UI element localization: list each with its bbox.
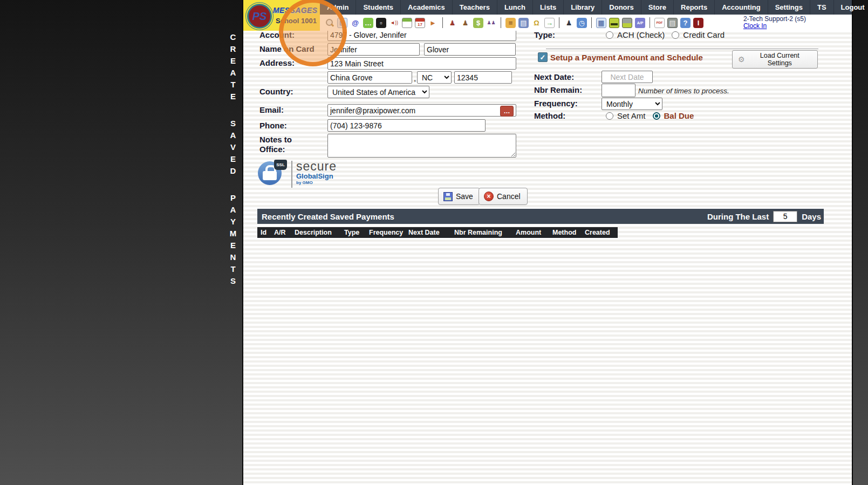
ssl-shield-badge: SSL	[274, 160, 287, 170]
state-select[interactable]: NC	[417, 71, 452, 84]
nav-academics[interactable]: Academics	[401, 0, 453, 15]
toolbar-separator	[591, 17, 592, 28]
clock-in-link[interactable]: Clock In	[743, 22, 767, 30]
col-type: Type	[344, 227, 359, 238]
phone-label: Phone:	[259, 121, 287, 130]
check-card-icon[interactable]: ▬	[609, 18, 619, 28]
nav-accounting[interactable]: Accounting	[715, 0, 768, 15]
nav-store[interactable]: Store	[641, 0, 674, 15]
load-current-settings-button[interactable]: ⚙ Load Current Settings	[732, 50, 818, 69]
clock-icon[interactable]: ◷	[577, 18, 587, 28]
method-label: Method:	[534, 111, 565, 120]
nav-logout[interactable]: Logout	[834, 0, 868, 15]
accounts-payable-icon[interactable]: A/P	[635, 18, 645, 28]
col-method: Method	[552, 227, 576, 238]
email-options-button[interactable]: …	[500, 106, 514, 117]
email-input[interactable]	[327, 104, 516, 117]
method-radio-group: Set Amt Bal Due	[606, 111, 694, 120]
print-check-icon[interactable]	[622, 18, 632, 28]
col-description: Description	[295, 227, 332, 238]
notes-textarea[interactable]	[327, 134, 516, 158]
nav-ts[interactable]: TS	[810, 0, 834, 15]
save-floppy-icon	[443, 192, 453, 201]
phone-input[interactable]	[327, 119, 486, 132]
ledger-icon[interactable]: ▤	[518, 18, 529, 28]
search-icon[interactable]	[324, 18, 334, 28]
country-select[interactable]: United States of America	[327, 86, 429, 98]
apps-grid-icon[interactable]: ⊞	[337, 18, 347, 28]
mobile-phone-icon[interactable]: ▫	[376, 18, 386, 28]
spreadsheet-icon[interactable]: ▦	[596, 18, 606, 28]
set-amt-radio[interactable]	[606, 112, 613, 120]
nav-teachers[interactable]: Teachers	[453, 0, 497, 15]
printer-icon[interactable]: ▤	[667, 18, 678, 28]
staff-icon[interactable]: ♟	[564, 18, 574, 28]
toolbar-separator	[650, 17, 650, 28]
next-date-label: Next Date:	[534, 72, 574, 81]
speaker-icon[interactable]: ◄))	[389, 18, 399, 28]
export-doc-icon[interactable]: →	[544, 18, 555, 28]
cash-icon[interactable]: $	[473, 18, 483, 28]
add-person-icon[interactable]: ♟	[447, 18, 457, 28]
days-filter-input[interactable]	[773, 211, 797, 222]
logo-brand-text: MESSAGES	[273, 6, 318, 15]
nav-donors[interactable]: Donors	[602, 0, 641, 15]
recent-payments-title: Recently Created Saved Payments	[262, 212, 394, 221]
col-amount: Amount	[516, 227, 541, 238]
first-name-input[interactable]	[327, 43, 420, 56]
logo-school-name: School 1001	[276, 17, 317, 25]
main-content: PS MESSAGES School 1001 AdminStudentsAca…	[242, 0, 853, 485]
power-icon[interactable]: I	[693, 18, 703, 28]
type-label: Type:	[534, 30, 555, 39]
ssl-globalsign-text: GlobalSign	[296, 172, 337, 180]
ach-check-radio[interactable]	[606, 31, 613, 39]
street-input[interactable]	[327, 57, 516, 70]
help-icon[interactable]: ?	[680, 18, 691, 28]
chat-bubble-icon[interactable]: …	[363, 18, 373, 28]
section-divider	[546, 49, 818, 49]
nbr-remain-input[interactable]	[602, 84, 635, 97]
cancel-button[interactable]: × Cancel	[479, 188, 528, 205]
gear-icon: ⚙	[738, 55, 745, 64]
logo-monogram-icon: PS	[247, 4, 272, 29]
nav-reports[interactable]: Reports	[674, 0, 715, 15]
city-input[interactable]	[327, 71, 412, 84]
setup-schedule-label: Setup a Payment Amount and Schedule	[550, 53, 703, 62]
email-at-icon[interactable]: @	[350, 18, 360, 28]
ssl-globalsign-logo: SSL secure GlobalSign by GMO	[258, 160, 344, 189]
bal-due-radio[interactable]	[653, 112, 660, 120]
megaphone-icon[interactable]: ►	[428, 18, 438, 28]
zip-input[interactable]	[454, 71, 512, 84]
person-icon[interactable]: ♟	[460, 18, 470, 28]
nav-lists[interactable]: Lists	[533, 0, 564, 15]
credit-card-radio[interactable]	[672, 31, 679, 39]
notes-label: Notes to Office:	[259, 135, 292, 154]
nav-students[interactable]: Students	[356, 0, 401, 15]
col-id: Id	[261, 227, 266, 238]
lunch-icon[interactable]: ≡	[505, 18, 516, 28]
next-date-input[interactable]	[602, 71, 653, 83]
col-nbr-remaining: Nbr Remaining	[454, 227, 502, 238]
nav-settings[interactable]: Settings	[768, 0, 810, 15]
country-label: Country:	[259, 87, 293, 96]
user-info: 2-Tech Support-2 (s5) Clock In	[743, 16, 806, 30]
family-icon[interactable]: ♟♟	[486, 18, 496, 28]
frequency-select[interactable]: Monthly	[602, 98, 662, 110]
nav-library[interactable]: Library	[564, 0, 602, 15]
nbr-remain-hint: Number of times to process.	[638, 87, 729, 95]
toolbar-separator	[559, 17, 559, 28]
toolbar-separator	[501, 17, 501, 28]
pdf-icon[interactable]: PDF	[654, 18, 665, 28]
calendar-day-icon[interactable]: 17	[415, 18, 425, 28]
last-name-input[interactable]	[424, 43, 516, 56]
bell-icon[interactable]: Ω	[531, 18, 542, 28]
nav-admin[interactable]: Admin	[320, 0, 356, 15]
main-nav: AdminStudentsAcademicsTeachersLunchLists…	[320, 0, 852, 15]
calendar-icon[interactable]	[402, 18, 412, 28]
recent-filter: During The Last Days	[707, 211, 821, 222]
address-label: Address:	[259, 58, 295, 67]
col-frequency: Frequency	[369, 227, 403, 238]
setup-schedule-checkbox[interactable]: ✓	[538, 52, 548, 62]
nav-lunch[interactable]: Lunch	[497, 0, 533, 15]
save-button[interactable]: Save	[438, 188, 480, 205]
